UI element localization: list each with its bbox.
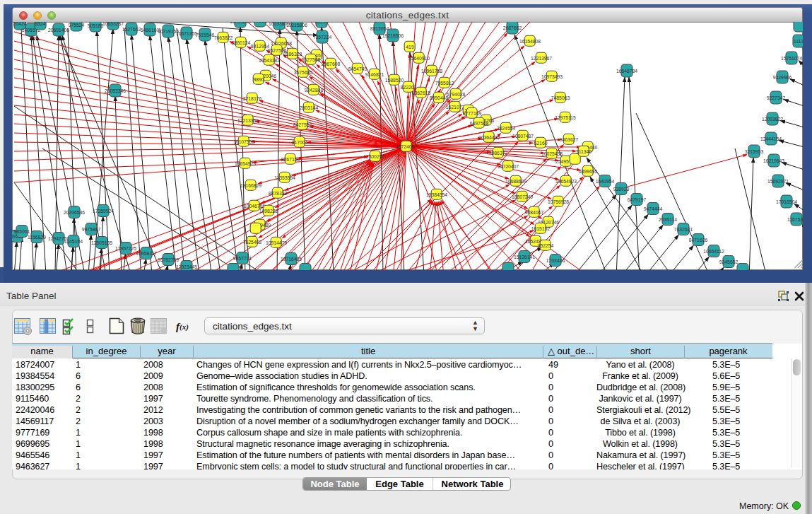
svg-text:20364436: 20364436 <box>478 135 500 140</box>
svg-text:8524: 8524 <box>35 22 45 26</box>
svg-text:419: 419 <box>406 45 414 49</box>
svg-text:15640910: 15640910 <box>408 56 430 61</box>
svg-text:15720407: 15720407 <box>498 164 519 169</box>
svg-text:9084067: 9084067 <box>525 210 544 215</box>
svg-text:7986372: 7986372 <box>489 151 508 156</box>
svg-text:10654112: 10654112 <box>703 249 724 254</box>
svg-text:985061: 985061 <box>14 229 30 234</box>
svg-text:62160: 62160 <box>534 141 548 146</box>
svg-text:15136141: 15136141 <box>514 255 535 259</box>
svg-text:8813054: 8813054 <box>370 26 389 31</box>
svg-text:10961758: 10961758 <box>421 69 442 74</box>
svg-text:1145194: 1145194 <box>64 239 83 244</box>
svg-text:16671355: 16671355 <box>176 31 197 36</box>
svg-text:1112: 1112 <box>794 39 803 44</box>
svg-text:12923445: 12923445 <box>176 264 197 269</box>
svg-text:1621072: 1621072 <box>446 105 465 110</box>
svg-text:9245652: 9245652 <box>719 259 739 264</box>
svg-text:3215953: 3215953 <box>745 149 764 154</box>
svg-text:8471626: 8471626 <box>689 238 708 243</box>
svg-text:9227342: 9227342 <box>767 95 786 100</box>
svg-text:1362615: 1362615 <box>412 90 431 95</box>
svg-text:10807487: 10807487 <box>512 134 534 139</box>
svg-text:10958117: 10958117 <box>136 251 157 256</box>
svg-text:(x): (x) <box>180 322 189 332</box>
svg-text:19384554: 19384554 <box>426 192 447 197</box>
svg-text:16154808: 16154808 <box>519 39 541 44</box>
svg-text:7485063: 7485063 <box>551 95 570 100</box>
svg-text:8878332: 8878332 <box>269 191 288 196</box>
svg-text:9857771: 9857771 <box>233 256 252 261</box>
svg-text:6497568: 6497568 <box>470 121 489 126</box>
svg-text:9777169: 9777169 <box>463 111 482 116</box>
svg-text:20206536: 20206536 <box>64 210 85 215</box>
svg-text:1527602: 1527602 <box>122 27 141 32</box>
svg-text:8186328: 8186328 <box>283 52 302 57</box>
svg-text:12093822: 12093822 <box>762 117 783 122</box>
svg-text:2718176: 2718176 <box>243 96 262 101</box>
svg-text:11353594: 11353594 <box>274 175 295 180</box>
svg-text:2300215: 2300215 <box>366 154 385 159</box>
svg-text:16782759: 16782759 <box>158 257 179 262</box>
svg-text:7625402: 7625402 <box>243 240 262 245</box>
svg-text:12213369: 12213369 <box>237 118 259 123</box>
svg-text:9474444: 9474444 <box>644 206 663 211</box>
svg-text:12213967: 12213967 <box>531 56 552 61</box>
svg-text:9527508: 9527508 <box>302 57 321 62</box>
svg-text:1615192: 1615192 <box>531 226 551 231</box>
svg-text:9860124: 9860124 <box>232 40 251 45</box>
svg-text:9463627: 9463627 <box>560 137 579 142</box>
svg-text:17359924: 17359924 <box>93 209 114 214</box>
svg-text:15692971: 15692971 <box>767 179 789 184</box>
svg-text:6466160: 6466160 <box>141 28 160 33</box>
svg-text:817004: 817004 <box>292 140 308 145</box>
svg-text:9890: 9890 <box>253 77 264 82</box>
svg-text:938923: 938923 <box>613 187 630 192</box>
svg-text:8912954: 8912954 <box>251 44 270 49</box>
svg-text:822203: 822203 <box>401 85 417 90</box>
svg-text:17957225: 17957225 <box>115 246 136 251</box>
svg-text:7955812: 7955812 <box>435 81 454 86</box>
svg-text:7632621: 7632621 <box>674 227 693 232</box>
svg-text:19654923: 19654923 <box>235 161 256 166</box>
svg-text:8267150: 8267150 <box>281 157 300 162</box>
svg-text:6794028: 6794028 <box>447 92 466 97</box>
svg-text:16210643: 16210643 <box>763 158 784 163</box>
svg-text:1588520: 1588520 <box>385 78 404 83</box>
svg-text:19215806: 19215806 <box>286 23 307 28</box>
svg-text:8454749: 8454749 <box>348 66 367 71</box>
svg-text:8990448: 8990448 <box>430 95 449 100</box>
svg-text:10973493: 10973493 <box>541 74 563 79</box>
svg-text:15751074: 15751074 <box>781 56 802 61</box>
svg-text:18724007: 18724007 <box>396 144 417 149</box>
svg-text:2687682: 2687682 <box>503 25 522 30</box>
svg-text:1167533: 1167533 <box>787 217 803 222</box>
svg-text:19166829: 19166829 <box>240 183 261 188</box>
svg-text:3675685: 3675685 <box>294 70 313 75</box>
svg-text:12444154: 12444154 <box>760 136 782 141</box>
svg-text:17016504: 17016504 <box>776 199 797 204</box>
svg-text:10025438: 10025438 <box>541 151 563 156</box>
svg-text:20053346: 20053346 <box>105 88 126 93</box>
svg-text:252254: 252254 <box>538 243 554 248</box>
svg-text:1498222: 1498222 <box>259 209 278 214</box>
svg-text:10046766: 10046766 <box>244 204 265 209</box>
svg-text:9242848: 9242848 <box>305 88 324 93</box>
svg-text:905188: 905188 <box>88 23 104 28</box>
svg-text:8427552: 8427552 <box>293 122 312 127</box>
svg-text:10756928: 10756928 <box>548 199 569 204</box>
svg-text:10688609: 10688609 <box>505 179 526 184</box>
svg-text:1156829: 1156829 <box>28 235 46 240</box>
svg-text:6899695: 6899695 <box>579 169 598 174</box>
svg-text:16053809: 16053809 <box>230 22 251 24</box>
svg-text:1640954: 1640954 <box>596 179 615 184</box>
svg-text:10653287: 10653287 <box>102 22 124 26</box>
svg-text:3824554: 3824554 <box>497 126 516 131</box>
svg-text:7663822: 7663822 <box>214 35 233 40</box>
svg-text:10543382: 10543382 <box>259 58 280 63</box>
svg-text:16648784: 16648784 <box>616 69 637 74</box>
svg-text:19716485: 19716485 <box>281 257 302 262</box>
svg-text:12505135: 12505135 <box>91 240 112 245</box>
svg-text:2935114: 2935114 <box>659 217 677 222</box>
svg-text:9975887: 9975887 <box>82 227 101 232</box>
